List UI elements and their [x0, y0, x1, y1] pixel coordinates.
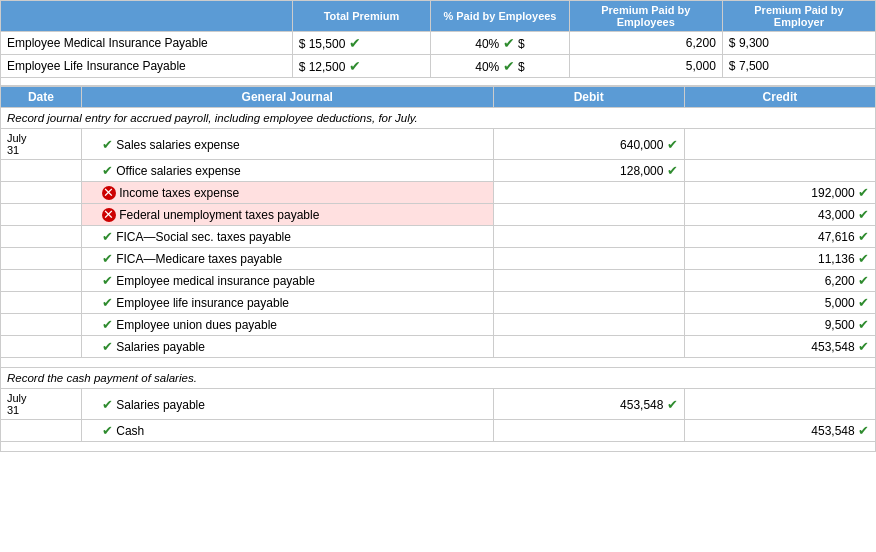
- account-error-icon: ✕: [102, 186, 116, 200]
- account-union-dues: ✔ Employee union dues payable: [81, 314, 493, 336]
- date-header: Date: [1, 87, 82, 108]
- credit-office-salaries-empty: [684, 160, 875, 182]
- life-pct-check: ✔: [503, 58, 515, 74]
- account-fica-medicare: ✔ FICA—Medicare taxes payable: [81, 248, 493, 270]
- medical-pct: 40% ✔ $: [431, 32, 570, 55]
- life-employer-value: 7,500: [739, 59, 769, 73]
- life-pct: 40% ✔ $: [431, 55, 570, 78]
- date-cell-empty: [1, 204, 82, 226]
- credit-federal-unemp: 43,000 ✔: [684, 204, 875, 226]
- credit-check-icon: ✔: [858, 251, 869, 266]
- credit-check-icon: ✔: [858, 185, 869, 200]
- spacer-row: [1, 78, 876, 86]
- journal-table: Date General Journal Debit Credit Record…: [0, 86, 876, 452]
- medical-label: Employee Medical Insurance Payable: [1, 32, 293, 55]
- credit-check-icon: ✔: [858, 423, 869, 438]
- account-fica-social: ✔ FICA—Social sec. taxes payable: [81, 226, 493, 248]
- credit-fica-medicare: 11,136 ✔: [684, 248, 875, 270]
- instruction-row-1: Record journal entry for accrued payroll…: [1, 108, 876, 129]
- life-employer-dollar: $: [729, 59, 736, 73]
- account-check-icon: ✔: [102, 339, 113, 354]
- account-check-icon: ✔: [102, 423, 113, 438]
- credit-check-icon: ✔: [858, 317, 869, 332]
- date-cell-1: July31: [1, 129, 82, 160]
- account-check-icon: ✔: [102, 229, 113, 244]
- spacer-row: [1, 358, 876, 368]
- account-emp-medical: ✔ Employee medical insurance payable: [81, 270, 493, 292]
- table-row: Employee Life Insurance Payable $ 12,500…: [1, 55, 876, 78]
- medical-employer-value: 9,300: [739, 36, 769, 50]
- pct-paid-header: % Paid by Employees: [431, 1, 570, 32]
- instruction-text-1: Record journal entry for accrued payroll…: [1, 108, 876, 129]
- credit-check-icon: ✔: [858, 207, 869, 222]
- medical-pct-check: ✔: [503, 35, 515, 51]
- credit-emp-medical: 6,200 ✔: [684, 270, 875, 292]
- life-total-check: ✔: [349, 58, 361, 74]
- table-row: ✔ Employee life insurance payable 5,000 …: [1, 292, 876, 314]
- date-cell-empty: [1, 248, 82, 270]
- credit-check-icon: ✔: [858, 229, 869, 244]
- date-cell-empty: [1, 314, 82, 336]
- life-employer-premium: $ 7,500: [722, 55, 875, 78]
- medical-total: $ 15,500 ✔: [292, 32, 431, 55]
- col1-header: [1, 1, 293, 32]
- credit-header: Credit: [684, 87, 875, 108]
- account-cash: ✔ Cash: [81, 420, 493, 442]
- credit-fica-social: 47,616 ✔: [684, 226, 875, 248]
- debit-fica-medicare-empty: [493, 248, 684, 270]
- table-row: ✔ FICA—Medicare taxes payable 11,136 ✔: [1, 248, 876, 270]
- debit-check-icon: ✔: [667, 397, 678, 412]
- medical-total-check: ✔: [349, 35, 361, 51]
- credit-salaries-payable-2-empty: [684, 389, 875, 420]
- debit-emp-life-empty: [493, 292, 684, 314]
- debit-fica-social-empty: [493, 226, 684, 248]
- date-cell-empty: [1, 336, 82, 358]
- medical-employees-premium: 6,200: [569, 32, 722, 55]
- total-premium-header: Total Premium: [292, 1, 431, 32]
- credit-salaries-payable: 453,548 ✔: [684, 336, 875, 358]
- debit-header: Debit: [493, 87, 684, 108]
- account-income-taxes: ✕ Income taxes expense: [81, 182, 493, 204]
- table-row: ✔ Employee union dues payable 9,500 ✔: [1, 314, 876, 336]
- table-row: ✔ Salaries payable 453,548 ✔: [1, 336, 876, 358]
- debit-office-salaries: 128,000 ✔: [493, 160, 684, 182]
- debit-check-icon: ✔: [667, 137, 678, 152]
- account-error-icon: ✕: [102, 208, 116, 222]
- life-employees-premium: 5,000: [569, 55, 722, 78]
- spacer-row-final: [1, 442, 876, 452]
- table-row: ✔ Employee medical insurance payable 6,2…: [1, 270, 876, 292]
- credit-cash: 453,548 ✔: [684, 420, 875, 442]
- date-cell-empty: [1, 226, 82, 248]
- life-total: $ 12,500 ✔: [292, 55, 431, 78]
- debit-emp-medical-empty: [493, 270, 684, 292]
- top-table: Total Premium % Paid by Employees Premiu…: [0, 0, 876, 86]
- general-journal-header: General Journal: [81, 87, 493, 108]
- table-row: ✕ Income taxes expense 192,000 ✔: [1, 182, 876, 204]
- table-row: July31 ✔ Salaries payable 453,548 ✔: [1, 389, 876, 420]
- medical-dollar-sep: $: [518, 37, 525, 51]
- life-label: Employee Life Insurance Payable: [1, 55, 293, 78]
- debit-federal-unemp-empty: [493, 204, 684, 226]
- debit-salaries-payable-2: 453,548 ✔: [493, 389, 684, 420]
- medical-total-value: $ 15,500: [299, 37, 346, 51]
- table-row: July31 ✔ Sales salaries expense 640,000 …: [1, 129, 876, 160]
- credit-emp-life: 5,000 ✔: [684, 292, 875, 314]
- life-pct-value: 40%: [475, 60, 499, 74]
- premium-employer-header: Premium Paid by Employer: [722, 1, 875, 32]
- account-check-icon: ✔: [102, 295, 113, 310]
- account-check-icon: ✔: [102, 273, 113, 288]
- debit-cash-empty: [493, 420, 684, 442]
- date-cell-empty: [1, 160, 82, 182]
- table-row: ✔ FICA—Social sec. taxes payable 47,616 …: [1, 226, 876, 248]
- table-row: ✔ Office salaries expense 128,000 ✔: [1, 160, 876, 182]
- account-office-salaries: ✔ Office salaries expense: [81, 160, 493, 182]
- account-check-icon: ✔: [102, 317, 113, 332]
- account-check-icon: ✔: [102, 397, 113, 412]
- debit-sales-salaries: 640,000 ✔: [493, 129, 684, 160]
- debit-salaries-payable-empty: [493, 336, 684, 358]
- credit-sales-salaries-empty: [684, 129, 875, 160]
- table-row: Employee Medical Insurance Payable $ 15,…: [1, 32, 876, 55]
- account-federal-unemp: ✕ Federal unemployment taxes payable: [81, 204, 493, 226]
- life-total-value: $ 12,500: [299, 60, 346, 74]
- medical-employer-premium: $ 9,300: [722, 32, 875, 55]
